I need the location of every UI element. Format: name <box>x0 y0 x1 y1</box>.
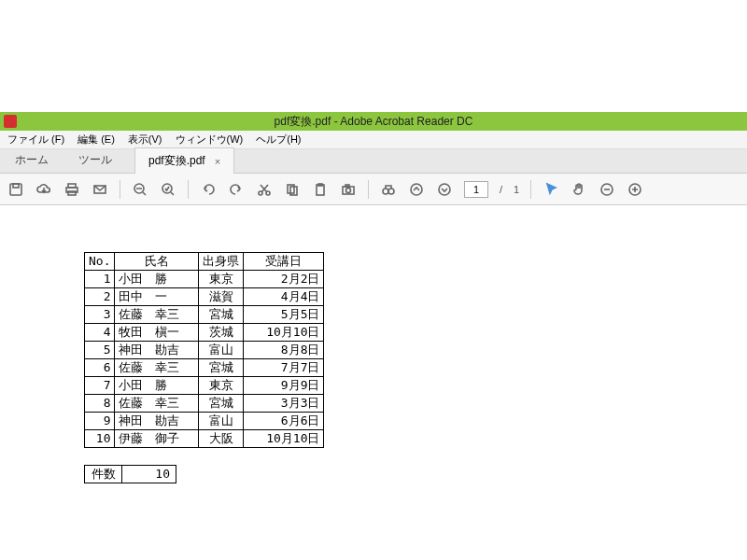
save-icon[interactable] <box>7 181 24 198</box>
zoom-out-icon[interactable] <box>132 181 148 198</box>
cell-date: 9月9日 <box>244 377 324 395</box>
cell-name: 佐藤 幸三 <box>115 359 199 377</box>
svg-rect-0 <box>10 184 21 195</box>
menu-window[interactable]: ウィンドウ(W) <box>172 131 247 148</box>
cell-pref: 宮城 <box>199 306 244 324</box>
cell-pref: 茨城 <box>199 324 244 342</box>
zoom-plus-icon[interactable] <box>627 181 643 198</box>
page-up-icon[interactable] <box>408 181 425 198</box>
svg-point-20 <box>439 184 450 195</box>
cell-name: 伊藤 御子 <box>115 430 199 448</box>
close-tab-button[interactable]: × <box>215 156 220 167</box>
toolbar-divider <box>188 180 189 199</box>
menu-edit[interactable]: 編集 (E) <box>74 131 119 148</box>
hand-icon[interactable] <box>571 181 587 198</box>
cloud-icon[interactable] <box>35 181 52 198</box>
cell-no: 3 <box>85 306 115 324</box>
blank-area <box>0 0 747 112</box>
table-row: 5神田 勘吉富山8月8日 <box>85 342 324 359</box>
table-row: 4牧田 槇一茨城10月10日 <box>85 324 324 342</box>
mail-icon[interactable] <box>92 181 108 198</box>
cell-no: 7 <box>85 377 115 395</box>
page-total: 1 <box>514 184 519 195</box>
tab-document-label: pdf変換.pdf <box>148 153 205 169</box>
tab-tools[interactable]: ツール <box>63 147 127 173</box>
undo-icon[interactable] <box>200 181 217 198</box>
header-pref: 出身県 <box>199 253 244 271</box>
cell-pref: 富山 <box>199 342 244 359</box>
tabbar: ホーム ツール pdf変換.pdf × <box>0 149 747 174</box>
table-row: 10伊藤 御子大阪10月10日 <box>85 430 324 448</box>
titlebar: pdf変換.pdf - Adobe Acrobat Reader DC <box>0 112 747 131</box>
cell-date: 7月7日 <box>244 359 324 377</box>
binoculars-icon[interactable] <box>380 181 397 198</box>
cell-name: 小田 勝 <box>115 377 199 395</box>
tab-document[interactable]: pdf変換.pdf × <box>134 147 234 174</box>
print-icon[interactable] <box>63 181 80 198</box>
page-number-input[interactable] <box>464 181 488 198</box>
app-icon <box>4 115 17 128</box>
svg-rect-4 <box>68 191 76 195</box>
cell-no: 8 <box>85 395 115 413</box>
cell-name: 神田 勘吉 <box>115 413 199 430</box>
cell-pref: 宮城 <box>199 359 244 377</box>
tab-home[interactable]: ホーム <box>0 147 63 173</box>
header-date: 受講日 <box>244 253 324 271</box>
table-row: 1小田 勝東京2月2日 <box>85 271 324 288</box>
cell-no: 9 <box>85 413 115 430</box>
copy-icon[interactable] <box>284 181 301 198</box>
svg-rect-16 <box>345 185 349 187</box>
cell-date: 2月2日 <box>244 271 324 288</box>
cell-no: 4 <box>85 324 115 342</box>
svg-point-18 <box>388 189 394 194</box>
table-row: 6佐藤 幸三宮城7月7日 <box>85 359 324 377</box>
header-no: No. <box>85 253 115 271</box>
svg-point-17 <box>383 189 388 194</box>
cell-no: 2 <box>85 288 115 306</box>
menubar: ファイル (F) 編集 (E) 表示(V) ウィンドウ(W) ヘルプ(H) <box>0 131 747 149</box>
table-row: 2田中 一滋賀4月4日 <box>85 288 324 306</box>
camera-icon[interactable] <box>340 181 357 198</box>
svg-rect-1 <box>13 184 19 188</box>
header-name: 氏名 <box>115 253 199 271</box>
cell-name: 小田 勝 <box>115 271 199 288</box>
toolbar-divider <box>530 180 531 199</box>
cell-date: 3月3日 <box>244 395 324 413</box>
menu-view[interactable]: 表示(V) <box>124 131 166 148</box>
cell-pref: 東京 <box>199 271 244 288</box>
cell-date: 6月6日 <box>244 413 324 430</box>
count-table: 件数 10 <box>84 465 176 483</box>
window-title: pdf変換.pdf - Adobe Acrobat Reader DC <box>275 114 473 130</box>
zoom-check-icon[interactable] <box>160 181 176 198</box>
clipboard-icon[interactable] <box>312 181 329 198</box>
redo-icon[interactable] <box>228 181 245 198</box>
count-value: 10 <box>122 466 176 483</box>
page-separator: / <box>500 184 502 195</box>
table-row: 3佐藤 幸三宮城5月5日 <box>85 306 324 324</box>
toolbar-divider <box>368 180 369 199</box>
cell-no: 5 <box>85 342 115 359</box>
content-area: ▶ No. 氏名 出身県 受講日 1小田 勝東京2月2日2田中 一滋賀4月4日3… <box>0 205 747 560</box>
svg-point-15 <box>346 188 351 192</box>
menu-file[interactable]: ファイル (F) <box>4 131 68 148</box>
cell-date: 4月4日 <box>244 288 324 306</box>
pdf-page: No. 氏名 出身県 受講日 1小田 勝東京2月2日2田中 一滋賀4月4日3佐藤… <box>0 215 728 521</box>
cell-name: 佐藤 幸三 <box>115 395 199 413</box>
table-row: 8佐藤 幸三宮城3月3日 <box>85 395 324 413</box>
count-label: 件数 <box>85 466 122 483</box>
zoom-minus-icon[interactable] <box>599 181 615 198</box>
cell-pref: 東京 <box>199 377 244 395</box>
cell-date: 8月8日 <box>244 342 324 359</box>
table-row: 9神田 勘吉富山6月6日 <box>85 413 324 430</box>
cell-date: 10月10日 <box>244 430 324 448</box>
page-down-icon[interactable] <box>436 181 453 198</box>
cell-pref: 富山 <box>199 413 244 430</box>
cell-pref: 大阪 <box>199 430 244 448</box>
app-window: pdf変換.pdf - Adobe Acrobat Reader DC ファイル… <box>0 0 747 560</box>
pointer-icon[interactable] <box>543 181 559 198</box>
menu-help[interactable]: ヘルプ(H) <box>252 131 304 148</box>
cell-name: 田中 一 <box>115 288 199 306</box>
toolbar: / 1 <box>0 174 747 205</box>
cut-icon[interactable] <box>256 181 273 198</box>
toolbar-divider <box>120 180 120 199</box>
